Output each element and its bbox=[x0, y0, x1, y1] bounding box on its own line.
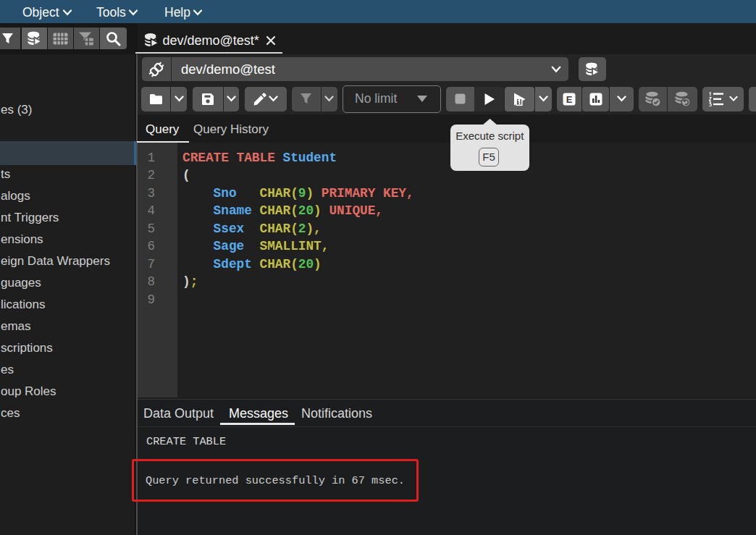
svg-text:E: E bbox=[566, 93, 573, 104]
